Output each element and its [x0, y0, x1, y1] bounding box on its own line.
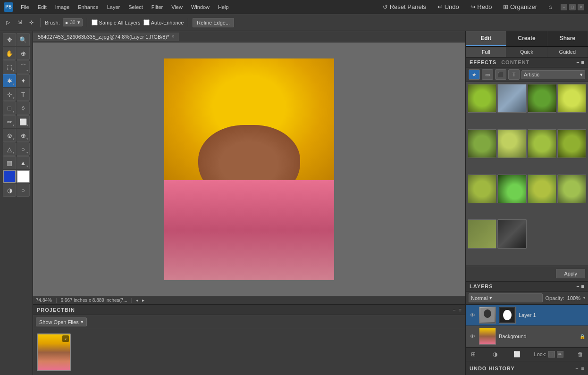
- magic-wand-tool[interactable]: ✦: [17, 74, 30, 87]
- layers-menu[interactable]: ≡: [581, 283, 584, 289]
- paint-bucket-tool[interactable]: ▲▾: [17, 156, 30, 169]
- auto-enhance-check[interactable]: Auto-Enhance: [143, 19, 184, 25]
- blur-tool[interactable]: △▾: [3, 142, 16, 156]
- reset-panels-btn[interactable]: ↺ Reset Panels: [380, 2, 429, 11]
- effects-icon-star[interactable]: ★: [469, 69, 480, 80]
- opacity-dropdown-btn[interactable]: ▾: [583, 296, 585, 300]
- effect-thumb-10[interactable]: [497, 175, 526, 203]
- effect-thumb-1[interactable]: [468, 84, 496, 113]
- tab-share[interactable]: Share: [547, 31, 588, 46]
- quick-mask-mode[interactable]: ○: [17, 183, 30, 197]
- blend-mode-dropdown[interactable]: Normal ▾: [469, 293, 543, 302]
- menu-file[interactable]: File: [17, 3, 33, 11]
- hand-tool[interactable]: ✋: [3, 47, 16, 60]
- menu-filter[interactable]: Filter: [148, 3, 167, 11]
- brush-tool[interactable]: ✏▾: [3, 115, 16, 128]
- foreground-color[interactable]: [3, 170, 16, 183]
- effect-thumb-12[interactable]: [557, 175, 586, 203]
- tab-create[interactable]: Create: [506, 31, 547, 46]
- layers-collapse[interactable]: −: [576, 283, 579, 289]
- effect-thumb-5[interactable]: [468, 129, 496, 158]
- lock-transparent-btn[interactable]: ⬚: [548, 351, 555, 358]
- mode-full[interactable]: Full: [466, 47, 506, 57]
- delete-layer-btn[interactable]: 🗑: [576, 350, 585, 359]
- selection-tool-c[interactable]: ⊹: [27, 18, 36, 26]
- effect-thumb-6[interactable]: [497, 129, 526, 158]
- layer-1-visibility[interactable]: 👁: [469, 311, 476, 319]
- effect-thumb-14[interactable]: [497, 219, 526, 248]
- tab-edit[interactable]: Edit: [466, 31, 506, 46]
- menu-edit[interactable]: Edit: [34, 3, 50, 11]
- mode-guided[interactable]: Guided: [547, 47, 588, 57]
- menu-view[interactable]: View: [168, 3, 186, 11]
- type-tool[interactable]: T: [17, 88, 30, 101]
- gradient-tool[interactable]: ▦: [3, 156, 16, 169]
- quick-select-tool[interactable]: ✱▾: [3, 74, 16, 87]
- effects-collapse[interactable]: −: [576, 59, 579, 65]
- lasso-tool[interactable]: ⌒▾: [17, 60, 30, 74]
- sponge-tool[interactable]: ○▾: [17, 142, 30, 156]
- menu-window[interactable]: Window: [187, 3, 213, 11]
- selection-tool-b[interactable]: ⇲: [15, 18, 24, 26]
- undo-history-collapse[interactable]: −: [575, 366, 578, 371]
- scroll-left[interactable]: ◂: [136, 298, 138, 303]
- thumbnail-1[interactable]: ✓: [37, 333, 71, 371]
- eraser-tool[interactable]: ⬜▾: [17, 115, 30, 128]
- undo-btn[interactable]: ↩ Undo: [435, 2, 462, 11]
- document-tab[interactable]: 564027453_926063b335_z.jpg@74.8%(Layer 1…: [33, 33, 179, 41]
- mode-quick[interactable]: Quick: [506, 47, 547, 57]
- background-visibility[interactable]: 👁: [469, 333, 476, 340]
- undo-history-menu[interactable]: ≡: [581, 366, 584, 371]
- layer-mask-btn[interactable]: ⬜: [512, 350, 521, 359]
- effects-category-dropdown[interactable]: Artistic ▾: [521, 70, 585, 79]
- show-open-files-dropdown[interactable]: Show Open Files ▾: [36, 317, 87, 326]
- zoom-tool[interactable]: 🔍: [17, 33, 30, 46]
- layer-item-background[interactable]: 👁 Background 🔒: [466, 326, 588, 347]
- menu-enhance[interactable]: Enhance: [74, 3, 102, 11]
- organizer-btn[interactable]: ⊞ Organizer: [500, 2, 540, 11]
- adjustment-layer-btn[interactable]: ◑: [490, 350, 500, 359]
- clone-tool[interactable]: ⊚▾: [3, 129, 16, 142]
- selection-tool-a[interactable]: ▷: [4, 18, 12, 26]
- layer-item-1[interactable]: 👁 Layer 1: [466, 305, 588, 326]
- effect-thumb-9[interactable]: [468, 175, 496, 203]
- effect-thumb-3[interactable]: [528, 84, 556, 113]
- background-color[interactable]: [17, 170, 30, 183]
- content-title[interactable]: CONTENT: [501, 59, 529, 65]
- brush-selector[interactable]: ● 30 ▾: [63, 18, 83, 26]
- tab-close-btn[interactable]: ×: [171, 34, 174, 39]
- close-btn[interactable]: ×: [578, 4, 584, 10]
- minimize-btn[interactable]: −: [561, 4, 567, 10]
- effects-icon-texture[interactable]: ⬛: [495, 69, 506, 80]
- project-bin-menu[interactable]: ≡: [459, 307, 462, 313]
- menu-layer[interactable]: Layer: [103, 3, 124, 11]
- home-btn[interactable]: ⌂: [546, 2, 555, 11]
- maximize-btn[interactable]: □: [569, 4, 576, 10]
- effect-thumb-13[interactable]: [468, 219, 496, 248]
- effects-icon-text[interactable]: T: [508, 69, 520, 80]
- eyedropper-tool[interactable]: ⊕: [17, 47, 30, 60]
- menu-image[interactable]: Image: [51, 3, 74, 11]
- effects-menu[interactable]: ≡: [581, 59, 584, 65]
- healing-tool[interactable]: ⊕▾: [17, 129, 30, 142]
- effect-thumb-8[interactable]: [557, 129, 586, 158]
- create-layer-btn[interactable]: ⊞: [469, 350, 478, 359]
- shape-tool[interactable]: □▾: [3, 101, 16, 115]
- marquee-tool[interactable]: ⬚▾: [3, 60, 16, 74]
- crop-tool[interactable]: ⊹▾: [3, 88, 16, 101]
- sample-all-layers-check[interactable]: Sample All Layers: [92, 19, 141, 25]
- move-tool[interactable]: ✥: [3, 33, 16, 46]
- effect-thumb-11[interactable]: [528, 175, 556, 203]
- custom-shape-tool[interactable]: ◊: [17, 101, 30, 115]
- scroll-right[interactable]: ▸: [142, 298, 144, 303]
- refine-edge-btn[interactable]: Refine Edge...: [193, 18, 234, 27]
- menu-select[interactable]: Select: [125, 3, 147, 11]
- default-colors-icon[interactable]: ◑: [3, 183, 16, 197]
- effect-thumb-4[interactable]: [557, 84, 586, 113]
- effects-icon-frame[interactable]: ▭: [482, 69, 493, 80]
- lock-pixels-btn[interactable]: ✏: [557, 351, 563, 358]
- menu-help[interactable]: Help: [214, 3, 233, 11]
- project-bin-minimize[interactable]: −: [453, 307, 455, 313]
- effect-thumb-7[interactable]: [528, 129, 556, 158]
- redo-btn[interactable]: ↪ Redo: [468, 2, 495, 11]
